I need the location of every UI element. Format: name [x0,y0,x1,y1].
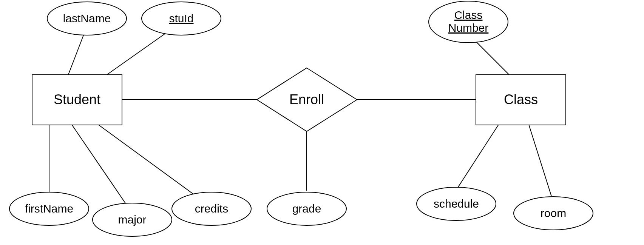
connector-class-classnumber [472,38,510,76]
er-diagram: Student Class Enroll lastName stuId firs… [0,0,644,245]
attribute-classnumber-label1: Class [454,9,482,21]
attribute-room-label: room [541,207,566,219]
attribute-classnumber-label2: Number [448,22,489,34]
attribute-stuid-label: stuId [169,12,193,25]
connector-student-stuid [106,30,170,76]
attribute-firstname-label: firstName [25,202,73,215]
attribute-credits-label: credits [195,202,228,215]
entity-class-label: Class [504,92,538,107]
entity-student-label: Student [54,92,100,107]
connector-student-major [72,125,128,208]
relationship-enroll-label: Enroll [289,92,324,107]
connector-class-room [529,125,551,196]
attribute-schedule-label: schedule [434,197,479,210]
attribute-grade-label: grade [292,202,321,215]
attribute-lastname-label: lastName [63,12,111,25]
attribute-major-label: major [118,213,146,226]
connector-class-schedule [457,125,499,189]
